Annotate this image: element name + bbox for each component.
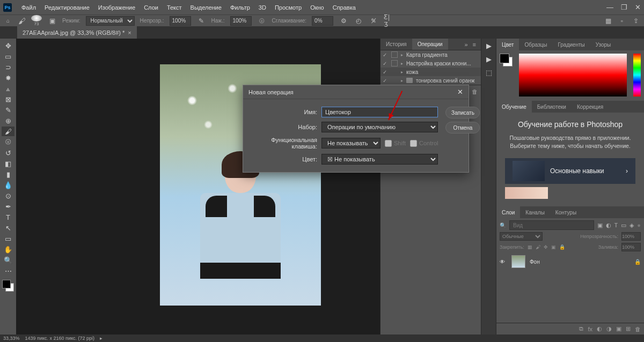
tab-correction[interactable]: Коррекция	[572, 101, 609, 113]
pen-tool[interactable]: ✒	[2, 202, 14, 211]
dodge-tool[interactable]: ⊙	[2, 191, 14, 200]
mid-icon-3[interactable]: ⬚	[486, 69, 492, 77]
menu-3d[interactable]: 3D	[254, 4, 270, 11]
marquee-tool[interactable]: ▭	[2, 51, 14, 61]
clone-tool[interactable]: ⦾	[2, 137, 14, 147]
window-maximize[interactable]: ❐	[621, 3, 627, 11]
mid-icon-1[interactable]: ▶	[486, 42, 492, 50]
status-arrow-icon[interactable]: ▸	[100, 336, 103, 341]
panel-toggle-icon[interactable]: ▦	[603, 16, 613, 26]
action-item[interactable]: ✓▸Настройка краски клони...	[380, 59, 481, 68]
delete-layer-icon[interactable]: 🗑	[635, 326, 641, 332]
tab-actions[interactable]: Операции	[412, 39, 448, 50]
layer-filter-input[interactable]	[509, 220, 594, 230]
path-tool[interactable]: ↖	[2, 223, 14, 233]
menu-image[interactable]: Изображение	[94, 4, 140, 11]
flow-input[interactable]	[230, 16, 252, 26]
window-minimize[interactable]: —	[606, 3, 613, 11]
group-icon[interactable]: ▣	[616, 325, 621, 332]
action-item[interactable]: ✓▸тонировка синий оранж	[380, 76, 481, 85]
home-icon[interactable]: ⌂	[3, 16, 13, 26]
panel-toggle2-icon[interactable]: ▫	[617, 16, 627, 26]
filter-toggle-icon[interactable]: ●	[637, 222, 641, 229]
blur-tool[interactable]: 💧	[2, 180, 14, 190]
menu-help[interactable]: Справка	[328, 4, 360, 11]
menu-text[interactable]: Текст	[163, 4, 186, 11]
tab-color[interactable]: Цвет	[496, 39, 519, 50]
zoom-level[interactable]: 33,33%	[3, 336, 20, 341]
lock-artboard-icon[interactable]: ▣	[551, 244, 556, 250]
action-name-input[interactable]	[321, 107, 438, 117]
tab-history[interactable]: История	[380, 39, 412, 50]
action-item[interactable]: ✓▸Карта градиента	[380, 50, 481, 59]
tab-paths[interactable]: Контуры	[550, 206, 582, 218]
move-tool[interactable]: ✥	[2, 41, 14, 50]
lock-pixels-icon[interactable]: ▦	[528, 244, 532, 250]
healing-tool[interactable]: ⊕	[2, 116, 14, 125]
lasso-tool[interactable]: ⊃	[2, 62, 14, 72]
tab-learn[interactable]: Обучение	[496, 101, 532, 113]
hue-slider[interactable]	[633, 54, 641, 96]
smoothing-gear-icon[interactable]: ⚙	[339, 16, 348, 26]
frame-tool[interactable]: ⊠	[2, 94, 14, 104]
quick-select-tool[interactable]: ✸	[2, 73, 14, 83]
history-brush-tool[interactable]: ↺	[2, 148, 14, 158]
action-set-select[interactable]: Операции по умолчанию	[321, 122, 438, 132]
lock-pos-icon[interactable]: ✥	[544, 244, 548, 250]
filter-adjust-icon[interactable]: ◐	[606, 222, 611, 229]
color-picker-toolbar[interactable]	[2, 280, 14, 292]
tab-channels[interactable]: Каналы	[520, 206, 550, 218]
menu-select[interactable]: Выделение	[186, 4, 226, 11]
tab-patterns[interactable]: Узоры	[590, 39, 617, 50]
window-close[interactable]: ✕	[635, 3, 641, 11]
menu-edit[interactable]: Редактирование	[40, 4, 94, 11]
edit-toolbar[interactable]: ⋯	[2, 266, 14, 276]
tab-gradients[interactable]: Градиенты	[552, 39, 590, 50]
tab-layers[interactable]: Слои	[496, 206, 520, 218]
menu-filter[interactable]: Фильтр	[226, 4, 254, 11]
gradient-tool[interactable]: ▮	[2, 169, 14, 179]
filter-text-icon[interactable]: T	[614, 222, 618, 229]
blend-mode-select[interactable]: Нормальный	[86, 16, 135, 26]
learn-card-thumb[interactable]	[505, 187, 548, 199]
color-field[interactable]	[519, 54, 627, 96]
cancel-button[interactable]: Отмена	[445, 122, 480, 133]
document-tab[interactable]: 27AEAApralA.jpg @ 33,3% (RGB/8#) * ×	[17, 26, 137, 39]
fg-bg-swatches[interactable]	[500, 54, 513, 66]
record-button[interactable]: Записать	[445, 107, 480, 118]
canvas-area[interactable]	[16, 39, 380, 334]
mask-icon[interactable]: ◐	[597, 325, 602, 332]
menu-window[interactable]: Окно	[306, 4, 328, 11]
new-layer-icon[interactable]: ⊞	[626, 325, 631, 332]
filter-image-icon[interactable]: ▣	[597, 222, 603, 229]
link-layers-icon[interactable]: ⧉	[579, 325, 583, 332]
zoom-tool[interactable]: 🔍	[2, 255, 14, 265]
text-tool[interactable]: T	[2, 212, 14, 222]
close-tab-icon[interactable]: ×	[128, 29, 131, 36]
airbrush-icon[interactable]: ⦾	[257, 16, 267, 26]
fkey-select[interactable]: Не показывать	[321, 138, 380, 148]
eraser-tool[interactable]: ◧	[2, 159, 14, 168]
filter-shape-icon[interactable]: ▭	[621, 222, 626, 229]
tablet-pressure-icon[interactable]: ✎̸	[369, 16, 378, 26]
eyedropper-tool[interactable]: ✎	[2, 105, 14, 115]
layer-thumbnail[interactable]	[511, 255, 525, 268]
menu-layers[interactable]: Слои	[140, 4, 163, 11]
action-item[interactable]: ✓▸кожа	[380, 68, 481, 76]
smoothing-input[interactable]	[312, 16, 333, 26]
tab-libraries[interactable]: Библиотеки	[532, 101, 572, 113]
lock-paint-icon[interactable]: 🖌	[536, 244, 540, 250]
brush-tool[interactable]: 🖌	[2, 127, 14, 136]
menu-view[interactable]: Просмотр	[270, 4, 306, 11]
menu-file[interactable]: Файл	[17, 4, 40, 11]
fx-icon[interactable]: fx	[588, 326, 592, 332]
adjustment-icon[interactable]: ◑	[606, 325, 612, 332]
mid-icon-2[interactable]: ▶	[486, 55, 492, 63]
brush-panel-icon[interactable]: ▣	[47, 16, 57, 26]
panel-menu-icon[interactable]: » ≡	[461, 41, 481, 48]
opacity-input[interactable]	[170, 16, 191, 26]
layer-visibility-icon[interactable]: 👁	[500, 259, 507, 265]
dialog-close-icon[interactable]: ✕	[457, 88, 463, 96]
layer-opacity-input[interactable]	[621, 232, 641, 241]
action-color-select[interactable]: ☒ Не показывать	[321, 154, 438, 165]
